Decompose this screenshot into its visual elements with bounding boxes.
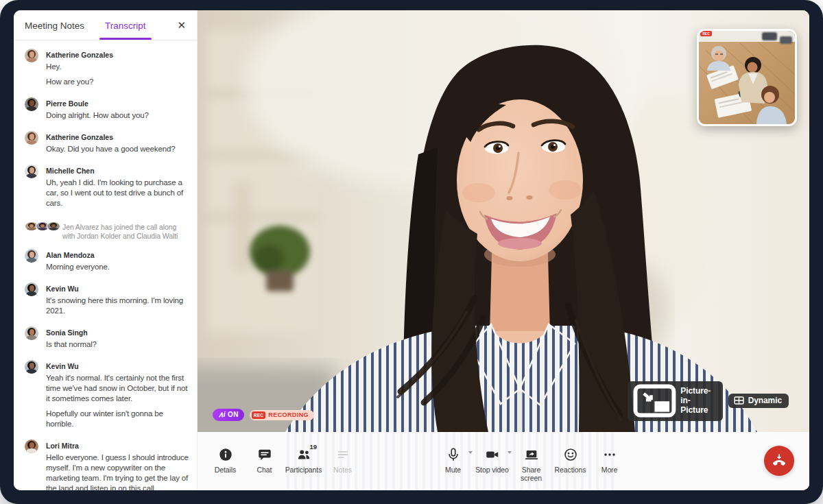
message-body: Okay. Did you have a good weekend? bbox=[46, 144, 189, 154]
speaker-name: Michelle Chen bbox=[46, 167, 189, 175]
av-face bbox=[29, 329, 34, 335]
picture-in-picture-button[interactable]: Picture-in-Picture bbox=[628, 381, 722, 421]
transcript-entry: Kevin Wu It's snowing here this morning.… bbox=[14, 277, 197, 321]
av-face bbox=[29, 363, 34, 368]
avatar bbox=[25, 283, 38, 296]
av-face bbox=[29, 252, 34, 257]
av-face bbox=[29, 224, 34, 228]
smiley-icon bbox=[563, 447, 578, 462]
message-line: How are you? bbox=[46, 77, 189, 87]
chat-button[interactable]: Chat bbox=[245, 446, 284, 475]
avatar bbox=[25, 326, 38, 340]
avatar bbox=[25, 165, 38, 178]
av-shirt bbox=[26, 448, 38, 453]
end-call-button[interactable] bbox=[764, 446, 794, 476]
details-button[interactable]: Details bbox=[206, 446, 245, 475]
more-label: More bbox=[601, 466, 618, 474]
close-panel-button[interactable]: ✕ bbox=[177, 20, 186, 30]
toolbar-right-group: Mute Stop video Share screen Reactions bbox=[433, 446, 629, 483]
avatar bbox=[25, 131, 38, 145]
transcript-entry: Alan Mendoza Morning everyone. bbox=[14, 243, 197, 277]
more-dots-icon bbox=[602, 447, 617, 462]
message-line: It's snowing here this morning. I'm lovi… bbox=[46, 296, 189, 316]
avatar bbox=[25, 97, 38, 111]
notes-icon bbox=[335, 447, 350, 462]
tab-transcript[interactable]: Transcript bbox=[105, 11, 146, 40]
ai-assistant-badge[interactable]: ∧i ON bbox=[213, 409, 244, 421]
mute-button[interactable]: Mute bbox=[433, 446, 473, 483]
av-shirt bbox=[26, 369, 38, 374]
av-face bbox=[29, 285, 34, 291]
dynamic-view-button[interactable]: Dynamic bbox=[728, 394, 789, 408]
meeting-app-window: Meeting Notes Transcript ✕ Katherine Gon… bbox=[14, 10, 809, 490]
message-body: Is that normal? bbox=[46, 339, 189, 350]
share-screen-button[interactable]: Share screen bbox=[512, 446, 551, 483]
message-line: Uh, yeah I did. I'm looking to purchase … bbox=[46, 178, 189, 208]
dynamic-badge-label: Dynamic bbox=[748, 396, 782, 405]
ai-logo-icon: ∧i bbox=[218, 410, 225, 419]
message-body: It's snowing here this morning. I'm lovi… bbox=[46, 296, 189, 316]
system-text: Jen Alvarez has joined the call along wi… bbox=[62, 221, 189, 241]
microphone-icon bbox=[446, 447, 461, 462]
message-line: Yeah it's normal. It's certainly not the… bbox=[46, 373, 189, 404]
notes-label: Notes bbox=[333, 466, 352, 474]
details-label: Details bbox=[215, 466, 236, 474]
av-face bbox=[29, 100, 34, 106]
av-face bbox=[51, 224, 56, 228]
recording-label: RECORDING bbox=[268, 411, 309, 418]
pip-thumbnail-video[interactable]: REC bbox=[697, 29, 797, 126]
notes-button[interactable]: Notes bbox=[323, 446, 362, 475]
av-shirt bbox=[26, 173, 38, 178]
message-body: Morning everyone. bbox=[46, 262, 189, 272]
svg-text:REC: REC bbox=[702, 32, 710, 36]
av-shirt bbox=[26, 106, 38, 111]
message-line: Hey. bbox=[46, 62, 189, 72]
av-shirt bbox=[37, 228, 47, 231]
share-screen-icon bbox=[524, 447, 539, 462]
speaker-name: Katherine Gonzales bbox=[46, 133, 189, 141]
av-face bbox=[29, 167, 34, 173]
close-icon: ✕ bbox=[177, 19, 186, 31]
av-shirt bbox=[48, 228, 58, 231]
toolbar-left-group: Details Chat 19 Participants Notes bbox=[206, 446, 362, 475]
panel-header: Meeting Notes Transcript ✕ bbox=[14, 10, 197, 40]
transcript-entry: Katherine Gonzales Hey.How are you? bbox=[14, 43, 197, 92]
message-line: Okay. Did you have a good weekend? bbox=[46, 144, 189, 154]
device-frame: Meeting Notes Transcript ✕ Katherine Gon… bbox=[0, 0, 823, 504]
tab-meeting-notes[interactable]: Meeting Notes bbox=[25, 11, 84, 40]
transcript-entry: Katherine Gonzales Okay. Did you have a … bbox=[14, 125, 197, 159]
transcript-list[interactable]: Katherine Gonzales Hey.How are you? Pier… bbox=[14, 40, 197, 490]
message-line: Doing alright. How about you? bbox=[46, 110, 189, 121]
mute-label: Mute bbox=[445, 466, 461, 474]
mini-avatar bbox=[47, 221, 60, 231]
message-line: Is that normal? bbox=[46, 339, 189, 350]
speaker-name: Kevin Wu bbox=[46, 362, 189, 370]
stop-video-button[interactable]: Stop video bbox=[473, 446, 512, 483]
recording-badge: REC RECORDING bbox=[250, 410, 314, 420]
video-camera-icon bbox=[485, 447, 500, 462]
participants-button[interactable]: 19 Participants bbox=[284, 446, 323, 475]
reactions-button[interactable]: Reactions bbox=[551, 446, 590, 483]
grid-icon bbox=[734, 396, 744, 405]
av-shirt bbox=[26, 258, 38, 263]
message-line: Hello everyone. I guess I should introdu… bbox=[46, 453, 189, 490]
av-shirt bbox=[26, 58, 38, 62]
stop-video-label: Stop video bbox=[475, 466, 509, 474]
more-button[interactable]: More bbox=[590, 446, 629, 483]
message-body: Yeah it's normal. It's certainly not the… bbox=[46, 373, 189, 429]
av-shirt bbox=[26, 140, 38, 145]
speaker-name: Lori Mitra bbox=[46, 442, 189, 450]
reactions-label: Reactions bbox=[555, 466, 586, 474]
message-line: Morning everyone. bbox=[46, 262, 189, 272]
av-face bbox=[29, 51, 34, 57]
transcript-entry: Lori Mitra Hello everyone. I guess I sho… bbox=[14, 434, 197, 490]
transcript-entry: Sonia Singh Is that normal? bbox=[14, 321, 197, 355]
pip-icon bbox=[633, 383, 676, 418]
avatar bbox=[25, 49, 38, 62]
participants-label: Participants bbox=[285, 466, 322, 474]
av-shirt bbox=[26, 291, 38, 296]
transcript-entry: Kevin Wu Yeah it's normal. It's certainl… bbox=[14, 355, 197, 434]
av-face bbox=[29, 134, 34, 139]
system-entry: Jen Alvarez has joined the call along wi… bbox=[14, 213, 197, 243]
end-call-phone-icon bbox=[771, 453, 787, 469]
